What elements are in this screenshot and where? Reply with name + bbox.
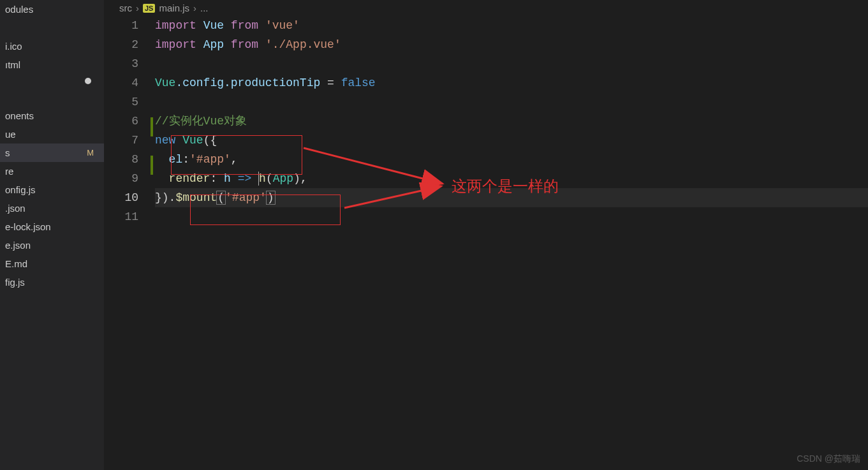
- git-change-indicator: [151, 117, 153, 136]
- sidebar-item-label: odules: [5, 4, 33, 15]
- sidebar-item[interactable]: ıtml: [0, 55, 104, 74]
- code-line: el:'#app',: [155, 150, 868, 169]
- breadcrumb[interactable]: src › JS main.js › ...: [104, 0, 868, 16]
- code-line: new Vue({: [155, 131, 868, 150]
- sidebar-item-label: e-lock.json: [5, 221, 51, 232]
- chevron-right-icon: ›: [193, 3, 196, 13]
- unsaved-dot-icon: [85, 78, 91, 84]
- js-file-icon: JS: [143, 4, 155, 13]
- breadcrumb-segment[interactable]: main.js: [159, 3, 189, 13]
- line-number: 7: [104, 131, 138, 150]
- code-editor: src › JS main.js › ... 1234567891011 imp…: [104, 0, 868, 470]
- code-area[interactable]: 1234567891011 import Vue from 'vue' impo…: [104, 16, 868, 226]
- code-content[interactable]: import Vue from 'vue' import App from '.…: [155, 16, 868, 226]
- sidebar-item[interactable]: odules: [0, 0, 104, 18]
- sidebar-item[interactable]: sM: [0, 143, 104, 162]
- line-number-gutter: 1234567891011: [104, 16, 155, 226]
- sidebar-item[interactable]: .json: [0, 199, 104, 217]
- git-change-indicator: [151, 156, 153, 175]
- sidebar-item[interactable]: fig.js: [0, 273, 104, 291]
- sidebar-item-label: i.ico: [5, 41, 22, 52]
- breadcrumb-segment[interactable]: ...: [200, 3, 209, 13]
- line-number: 3: [104, 54, 138, 73]
- breadcrumb-segment[interactable]: src: [119, 3, 132, 13]
- sidebar-item-label: fig.js: [5, 277, 25, 288]
- watermark: CSDN @茹嗨瑞: [797, 453, 860, 465]
- sidebar-item[interactable]: ue: [0, 125, 104, 143]
- code-line: Vue.config.productionTip = false: [155, 73, 868, 92]
- sidebar-item[interactable]: onents: [0, 106, 104, 125]
- line-number: 10: [104, 188, 138, 207]
- line-number: 6: [104, 112, 138, 131]
- code-line: import Vue from 'vue': [155, 16, 868, 35]
- sidebar-item[interactable]: re: [0, 162, 104, 180]
- code-line: [155, 207, 868, 226]
- sidebar-item-label: e.json: [5, 240, 31, 251]
- sidebar-item[interactable]: e.json: [0, 236, 104, 254]
- line-number: 8: [104, 150, 138, 169]
- sidebar-item[interactable]: [0, 74, 104, 88]
- line-number: 5: [104, 92, 138, 112]
- sidebar-item-label: re: [5, 166, 13, 177]
- sidebar-item[interactable]: onfig.js: [0, 180, 104, 199]
- code-line: [155, 92, 868, 112]
- line-number: 2: [104, 35, 138, 54]
- sidebar-item-label: ıtml: [5, 59, 20, 70]
- line-number: 11: [104, 207, 138, 226]
- sidebar-item-label: ue: [5, 129, 16, 140]
- code-line: import App from './App.vue': [155, 35, 868, 54]
- line-number: 1: [104, 16, 138, 35]
- sidebar-item[interactable]: [0, 18, 104, 37]
- sidebar-item-label: .json: [5, 203, 26, 214]
- sidebar-item-label: E.md: [5, 258, 27, 269]
- file-explorer-sidebar[interactable]: odules i.icoıtml onentsuesMreonfig.js.js…: [0, 0, 104, 470]
- modified-badge: M: [87, 148, 99, 158]
- code-line: [155, 54, 868, 73]
- code-line: }).$mount('#app'): [155, 188, 868, 207]
- chevron-right-icon: ›: [136, 3, 139, 13]
- sidebar-item-label: onfig.js: [5, 184, 36, 195]
- code-line: //实例化Vue对象: [155, 112, 868, 131]
- sidebar-item[interactable]: [0, 88, 104, 106]
- sidebar-item[interactable]: e-lock.json: [0, 217, 104, 236]
- sidebar-item[interactable]: E.md: [0, 254, 104, 273]
- line-number: 4: [104, 73, 138, 92]
- sidebar-item-label: onents: [5, 110, 34, 121]
- line-number: 9: [104, 169, 138, 188]
- code-line: render: h => h(App),: [155, 169, 868, 188]
- sidebar-item[interactable]: i.ico: [0, 37, 104, 55]
- sidebar-item-label: s: [5, 147, 10, 158]
